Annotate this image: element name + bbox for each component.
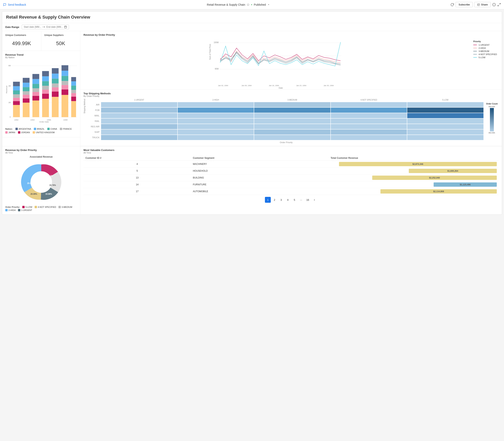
page-2-button[interactable]: 2 <box>271 197 277 203</box>
customer-id-cell: 5 <box>84 168 191 174</box>
svg-rect-24 <box>13 94 20 98</box>
svg-rect-37 <box>33 92 39 96</box>
unique-customers-label: Unique Customers <box>5 34 38 36</box>
legend-uk: UNITED KINGDOM <box>33 131 55 134</box>
svg-rect-59 <box>62 81 68 85</box>
chevron-down-icon[interactable] <box>268 3 270 6</box>
table-row: 14 FURNITURE $1,123,496 <box>84 181 499 188</box>
heatmap-scale: Order Count 859.65K 854.95K <box>485 99 499 134</box>
revenue-trend-subtitle: By Nation <box>5 56 77 59</box>
top-shipping-section: Top Shipping Methods By Order Priority S… <box>80 90 502 146</box>
share-button[interactable]: Share <box>474 2 491 7</box>
revenue-cell: $2,873,346 <box>329 161 499 168</box>
top-bar: Send feedback Retail Revenue & Supply Ch… <box>0 0 504 9</box>
svg-text:20.09%: 20.09% <box>31 193 37 195</box>
svg-rect-32 <box>23 87 30 91</box>
svg-rect-41 <box>33 74 39 79</box>
svg-rect-29 <box>23 98 30 103</box>
segment-cell: BUILDING <box>191 174 329 181</box>
page-4-button[interactable]: 4 <box>285 197 291 203</box>
top-bar-actions: Subscribe Share <box>451 2 501 7</box>
svg-rect-27 <box>13 82 20 86</box>
info-icon[interactable] <box>492 3 496 6</box>
unique-suppliers-label: Unique Suppliers <box>44 34 77 36</box>
svg-rect-40 <box>33 79 39 84</box>
svg-rect-66 <box>71 90 76 93</box>
svg-text:Jan 02, 1994: Jan 02, 1994 <box>218 85 228 87</box>
svg-marker-0 <box>247 3 249 6</box>
svg-text:Jan 16, 1994: Jan 16, 1994 <box>269 85 279 87</box>
top-shipping-subtitle: By Order Priority <box>84 95 499 97</box>
svg-rect-21 <box>13 105 20 117</box>
svg-text:Jan 23, 1994: Jan 23, 1994 <box>296 85 306 87</box>
svg-rect-34 <box>23 78 30 83</box>
feedback-button[interactable]: Send feedback <box>3 3 26 6</box>
table-row: 13 BUILDING $2,252,040 <box>84 174 499 181</box>
revenue-trend-chart: 6B 4B 2B 0 Revenue <box>5 60 77 126</box>
metrics-row: Unique Customers 499.99K Unique Supplier… <box>2 31 80 51</box>
page-16-button[interactable]: 16 <box>305 197 311 203</box>
svg-rect-22 <box>13 101 20 105</box>
svg-rect-51 <box>52 87 59 92</box>
revenue-priority-line-section: Revenue by Order Priority 100M 90M Sum o… <box>80 31 502 90</box>
revenue-trend-svg: 6B 4B 2B 0 Revenue <box>5 60 77 123</box>
dashboard: Retail Revenue & Supply Chain Overview D… <box>2 11 502 215</box>
svg-text:100M: 100M <box>214 41 218 44</box>
refresh-icon[interactable] <box>451 3 454 6</box>
subscribe-button[interactable]: Subscribe <box>455 2 473 7</box>
svg-rect-49 <box>52 97 59 117</box>
svg-text:20.14%: 20.14% <box>46 175 53 177</box>
unique-customers-value: 499.99K <box>5 39 38 48</box>
page-5-button[interactable]: 5 <box>291 197 297 203</box>
revenue-donut-subtitle: All Time <box>5 152 77 154</box>
svg-rect-47 <box>42 76 49 81</box>
date-range-label: Date Range <box>5 26 19 29</box>
right-column: Revenue by Order Priority 100M 90M Sum o… <box>80 31 502 146</box>
svg-rect-68 <box>71 81 76 86</box>
svg-rect-33 <box>23 83 30 87</box>
arrow-right-icon <box>42 26 45 28</box>
svg-rect-65 <box>71 93 76 97</box>
svg-rect-53 <box>52 79 59 84</box>
svg-rect-56 <box>62 95 68 117</box>
svg-text:Order Date: Order Date <box>39 121 49 123</box>
most-valuable-subtitle: All Time <box>84 152 499 154</box>
unique-suppliers-card: Unique Suppliers 50K <box>41 31 80 51</box>
date-range-input[interactable]: Start date (MM... End date (MM... <box>22 25 69 29</box>
svg-line-6 <box>498 5 499 6</box>
legend-jordan: JORDAN <box>18 131 30 134</box>
svg-rect-30 <box>23 95 30 98</box>
svg-rect-26 <box>13 86 20 90</box>
dashboard-title: Retail Revenue & Supply Chain Overview <box>2 12 502 23</box>
svg-rect-39 <box>33 84 39 88</box>
svg-text:4B: 4B <box>8 85 11 87</box>
most-valuable-section: Most Valuable Customers All Time Custome… <box>80 146 502 214</box>
donut-chart: 20.14% 19.76% 19.98% 20.09% 20.03% <box>5 159 77 205</box>
svg-text:Sum of Total Price: Sum of Total Price <box>209 44 211 60</box>
table-row: 4 MACHINERY $2,873,346 <box>84 161 499 168</box>
svg-rect-31 <box>23 91 30 95</box>
svg-rect-44 <box>42 90 49 94</box>
star-icon[interactable] <box>247 3 250 6</box>
revenue-trend-section: Revenue Trend By Nation 6B 4B 2B 0 <box>2 51 80 137</box>
svg-rect-62 <box>62 65 68 71</box>
page-next-button[interactable]: › <box>311 197 317 203</box>
page-3-button[interactable]: 3 <box>278 197 284 203</box>
svg-rect-64 <box>71 97 76 101</box>
svg-rect-69 <box>71 77 76 81</box>
col-customer-id: Customer ID # <box>84 156 191 161</box>
customer-id-cell: 13 <box>84 174 191 181</box>
svg-rect-46 <box>42 81 49 86</box>
revenue-cell: $1,123,496 <box>329 181 499 188</box>
feedback-icon <box>3 3 6 6</box>
col-segment: Customer Segment <box>191 156 329 161</box>
page-1-button[interactable]: 1 <box>265 197 271 203</box>
most-valuable-title: Most Valuable Customers <box>84 149 499 152</box>
svg-text:Date: Date <box>279 87 283 89</box>
main-grid: Unique Customers 499.99K Unique Supplier… <box>2 31 502 146</box>
fullscreen-icon[interactable] <box>497 3 501 6</box>
svg-rect-35 <box>33 101 39 117</box>
revenue-cell: $2,114,808 <box>329 188 499 195</box>
legend-france: FRANCE <box>60 128 72 130</box>
svg-rect-60 <box>62 76 68 81</box>
